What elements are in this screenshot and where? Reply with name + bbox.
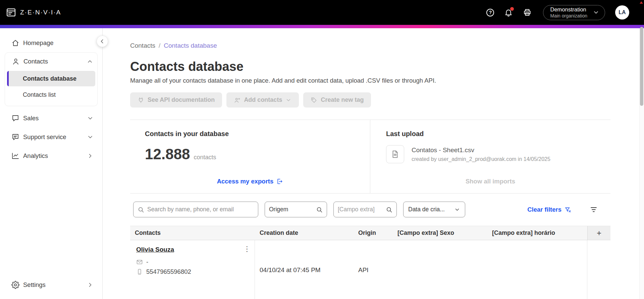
creation-date-cell: 04/10/24 at 07:45 PM bbox=[255, 240, 354, 299]
sidebar-item-label: Contacts bbox=[23, 58, 48, 65]
gear-icon bbox=[11, 281, 19, 289]
add-column-button[interactable]: + bbox=[587, 226, 610, 240]
table-header-row: Contacts Creation date Origin [Campo ext… bbox=[130, 226, 610, 240]
zenvia-logo-icon bbox=[6, 7, 16, 17]
sidebar-item-contacts-database[interactable]: Contacts database bbox=[7, 71, 95, 86]
brand[interactable]: Z·E·N·V·I·A bbox=[6, 7, 61, 17]
upload-row: Contatos - Sheet1.csv created by user_ad… bbox=[386, 145, 610, 163]
last-upload-card: Last upload Contatos - Sheet1.csv create… bbox=[370, 120, 610, 193]
campo-extra-box bbox=[333, 202, 397, 217]
upload-meta: created by user_admin_2_prod@uorak.com i… bbox=[412, 156, 550, 162]
sidebar-item-homepage[interactable]: Homepage bbox=[0, 34, 102, 52]
org-switcher[interactable]: Demonstration Main organization bbox=[543, 5, 605, 20]
user-icon bbox=[12, 57, 20, 66]
create-new-tag-button[interactable]: Create new tag bbox=[303, 92, 371, 108]
search-box bbox=[133, 202, 258, 217]
access-exports-link[interactable]: Access my exports bbox=[217, 178, 283, 185]
add-contact-icon bbox=[234, 97, 240, 103]
sidebar-item-label: Analytics bbox=[23, 152, 48, 160]
sidebar-item-support-service[interactable]: Support service bbox=[0, 128, 102, 146]
search-input[interactable] bbox=[147, 206, 254, 213]
clear-filter-icon bbox=[565, 206, 571, 213]
column-header-contacts[interactable]: Contacts bbox=[130, 229, 255, 237]
avatar-initials: LA bbox=[619, 9, 626, 15]
chat-lines-icon bbox=[11, 133, 19, 141]
add-contacts-button[interactable]: Add contacts bbox=[226, 92, 299, 108]
contact-phone: 5547965596802 bbox=[146, 268, 191, 275]
mobile-icon bbox=[136, 268, 143, 275]
campo-extra-input[interactable] bbox=[338, 206, 383, 213]
button-label: Create new tag bbox=[321, 96, 364, 103]
clear-filters-link[interactable]: Clear filters bbox=[527, 206, 571, 213]
page-title: Contacts database bbox=[130, 59, 610, 74]
sidebar-item-analytics[interactable]: Analytics bbox=[0, 146, 102, 165]
breadcrumb-contacts[interactable]: Contacts bbox=[130, 42, 155, 49]
contacts-count-card: Contacts in your database 12.888 contact… bbox=[130, 120, 370, 193]
link-label: Clear filters bbox=[527, 206, 561, 213]
link-label: Access my exports bbox=[217, 178, 274, 185]
search-icon bbox=[386, 206, 392, 213]
column-header-origin[interactable]: Origin bbox=[354, 229, 393, 237]
chevron-right-icon bbox=[87, 153, 94, 159]
creation-date-filter[interactable]: Data de cria... bbox=[403, 202, 465, 217]
breadcrumb: Contacts / Contacts database bbox=[130, 42, 610, 49]
sidebar-item-contacts[interactable]: Contacts bbox=[5, 53, 97, 70]
campo-horario-cell bbox=[487, 240, 587, 299]
home-icon bbox=[11, 39, 19, 47]
top-bar: Z·E·N·V·I·A ? Demonstration Main organiz… bbox=[0, 0, 644, 25]
contact-email: - bbox=[146, 258, 148, 266]
sidebar: Homepage Contacts Contacts database Cont… bbox=[0, 28, 103, 299]
notification-dot bbox=[510, 7, 514, 11]
contact-email-line: - bbox=[136, 258, 253, 266]
campo-sexo-cell bbox=[393, 240, 487, 299]
sidebar-item-label: Homepage bbox=[23, 39, 54, 47]
org-subtitle: Main organization bbox=[550, 13, 587, 19]
origem-box bbox=[265, 202, 327, 217]
sidebar-item-sales[interactable]: Sales bbox=[0, 109, 102, 128]
scroll-up-arrow[interactable] bbox=[640, 1, 643, 4]
search-icon bbox=[138, 206, 144, 213]
avatar[interactable]: LA bbox=[615, 5, 629, 19]
sidebar-item-label: Contacts list bbox=[23, 91, 56, 98]
chevron-right-icon bbox=[87, 282, 94, 288]
contacts-count-unit: contacts bbox=[194, 154, 216, 161]
sidebar-collapse-button[interactable] bbox=[97, 36, 108, 47]
sidebar-item-contacts-list[interactable]: Contacts list bbox=[7, 87, 95, 102]
show-all-imports-link[interactable]: Show all imports bbox=[466, 178, 515, 185]
org-texts: Demonstration Main organization bbox=[550, 6, 587, 19]
chart-icon bbox=[11, 152, 19, 160]
file-icon bbox=[386, 145, 404, 163]
main-content: Contacts / Contacts database Contacts da… bbox=[103, 28, 644, 299]
help-button[interactable]: ? bbox=[486, 9, 494, 16]
add-column-cell bbox=[587, 240, 610, 299]
chevron-down-icon bbox=[87, 134, 94, 140]
origem-input[interactable] bbox=[269, 206, 313, 213]
sidebar-item-settings[interactable]: Settings bbox=[0, 275, 102, 294]
filter-lines-icon bbox=[590, 206, 598, 214]
export-icon bbox=[276, 178, 283, 185]
contact-name-link[interactable]: Olivia Souza bbox=[136, 246, 174, 254]
scrollbar-thumb[interactable] bbox=[640, 27, 643, 106]
sidebar-item-label: Support service bbox=[23, 133, 66, 141]
column-header-campo-horario[interactable]: [Campo extra] horário bbox=[487, 229, 587, 237]
column-header-campo-sexo[interactable]: [Campo extra] Sexo bbox=[393, 229, 487, 237]
breadcrumb-current[interactable]: Contacts database bbox=[164, 42, 217, 49]
contact-phone-line: 5547965596802 bbox=[136, 268, 253, 275]
devices-button[interactable] bbox=[523, 8, 532, 17]
chevron-down-icon bbox=[593, 9, 599, 16]
row-menu-button[interactable]: ⋮ bbox=[241, 246, 253, 252]
filter-label: Data de cria... bbox=[408, 206, 445, 213]
chevron-down-icon bbox=[87, 115, 94, 122]
chevron-down-icon bbox=[454, 207, 460, 213]
scrollbar[interactable] bbox=[639, 0, 644, 299]
chevron-up-icon bbox=[87, 58, 93, 65]
page-description: Manage all of your contacts database in … bbox=[130, 77, 610, 85]
help-icon: ? bbox=[486, 9, 494, 16]
stats-section: Contacts in your database 12.888 contact… bbox=[130, 120, 610, 194]
contacts-count-row: 12.888 contacts bbox=[145, 146, 370, 163]
filter-settings-button[interactable] bbox=[590, 206, 598, 214]
notifications-button[interactable] bbox=[504, 8, 513, 17]
button-label: See API documentation bbox=[148, 96, 215, 103]
column-header-creation-date[interactable]: Creation date bbox=[255, 229, 354, 237]
see-api-docs-button[interactable]: See API documentation bbox=[130, 92, 222, 108]
